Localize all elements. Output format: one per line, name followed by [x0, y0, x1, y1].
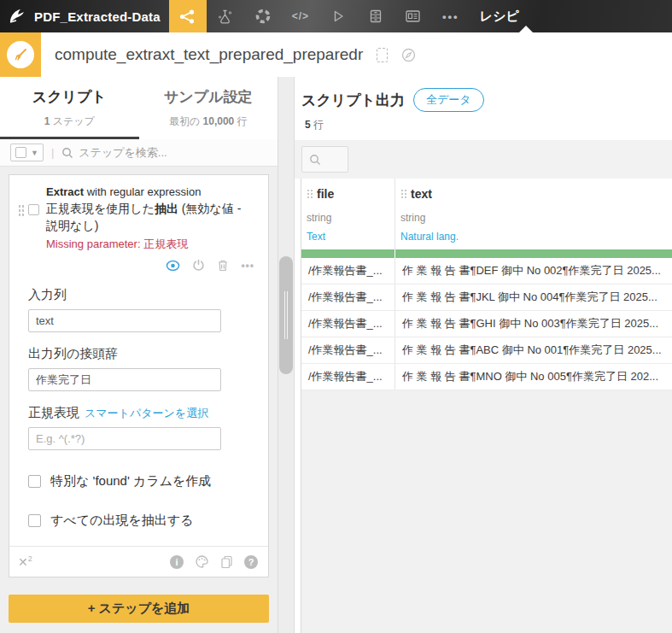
nav-lab[interactable]: [207, 0, 244, 32]
regex-label-row: 正規表現スマートパターンを選択: [28, 405, 256, 421]
column-drag-icon[interactable]: [307, 189, 313, 199]
cell-file[interactable]: /作業報告書_...: [301, 364, 395, 390]
found-column-checkbox[interactable]: [28, 475, 41, 488]
select-all-checkbox[interactable]: [15, 147, 26, 158]
column-drag-icon[interactable]: [400, 189, 406, 199]
info-icon[interactable]: i: [170, 555, 184, 569]
nav-wiki[interactable]: [394, 0, 432, 32]
project-name[interactable]: PDF_Extracted-Data: [34, 9, 161, 24]
power-icon: [192, 259, 205, 272]
nav-jobs[interactable]: [319, 0, 357, 32]
recipe-name: compute_extraxt_text_prepared_preparedr: [55, 45, 363, 64]
step-search-input[interactable]: ステップを検索...: [79, 145, 167, 161]
navigate-button[interactable]: [401, 48, 416, 62]
table-search-input[interactable]: [301, 146, 348, 173]
nav-recipe-label[interactable]: レシピ: [480, 9, 519, 25]
input-column-label: 入力列: [28, 287, 256, 303]
column-type: string: [400, 212, 665, 224]
cell-file[interactable]: /作業報告書_...: [301, 311, 395, 337]
nav-notebooks[interactable]: </>: [282, 0, 319, 32]
more-icon: •••: [442, 10, 459, 23]
output-search-strip: [295, 140, 672, 179]
column-type: string: [307, 212, 388, 224]
table-row[interactable]: /作業報告書_... 作 業 報 告 書¶DEF 御中 No 002¶作業完了日…: [301, 258, 672, 284]
formula-icon[interactable]: ✕2: [18, 554, 32, 569]
nav-flow[interactable]: [169, 0, 207, 32]
table-empty-area: [301, 390, 672, 633]
search-icon: [309, 154, 321, 166]
step-footer: ✕2 i ?: [9, 546, 268, 577]
step-actions: •••: [9, 252, 268, 273]
cell-file[interactable]: /作業報告書_...: [301, 337, 395, 363]
cell-file[interactable]: /作業報告書_...: [301, 258, 395, 284]
cell-file[interactable]: /作業報告書_...: [301, 284, 395, 310]
cell-text[interactable]: 作 業 報 告 書¶ABC 御中 No 001¶作業完了日 2025...: [395, 337, 672, 363]
missing-parameter-error: Missing parameter: 正規表現: [46, 237, 256, 252]
active-tab-underline: [0, 137, 139, 139]
prepare-recipe-tile[interactable]: [0, 32, 41, 77]
regex-field[interactable]: [28, 427, 221, 450]
flow-icon: [179, 9, 196, 24]
copy-icon[interactable]: [220, 555, 233, 569]
column-header-file[interactable]: file string Text: [301, 179, 395, 249]
column-header-text[interactable]: text string Natural lang.: [395, 179, 672, 249]
main-content: スクリプト 1 ステップ サンプル設定 最初の 10,000 行 ▼ | ステッ…: [0, 77, 672, 633]
preview-step-button[interactable]: [166, 260, 180, 272]
palette-icon[interactable]: [195, 554, 209, 569]
step-checkbox[interactable]: [28, 204, 39, 215]
column-meaning[interactable]: Text: [307, 231, 388, 243]
output-header: スクリプト出力 全データ 5 行: [295, 77, 672, 140]
add-step-button[interactable]: + ステップを追加: [9, 595, 269, 623]
table-row[interactable]: /作業報告書_... 作 業 報 告 書¶MNO 御中 No 005¶作業完了日…: [301, 364, 672, 390]
delete-step-button[interactable]: [217, 259, 229, 272]
nav-catalog[interactable]: [357, 0, 394, 32]
drag-handle-icon[interactable]: [18, 204, 25, 217]
help-icon[interactable]: ?: [244, 555, 258, 569]
nav-more[interactable]: •••: [432, 0, 470, 32]
script-output-panel: スクリプト出力 全データ 5 行 file string Text: [295, 77, 672, 633]
table-row[interactable]: /作業報告書_... 作 業 報 告 書¶GHI 御中 No 003¶作業完了日…: [301, 311, 672, 337]
found-column-option[interactable]: 特別な 'found' カラムを作成: [28, 473, 256, 489]
step-card-extract-regex[interactable]: Extract with regular expression 正規表現を使用し…: [9, 174, 269, 577]
row-count: 5 行: [305, 118, 665, 132]
step-more-button[interactable]: •••: [241, 260, 254, 272]
cell-text[interactable]: 作 業 報 告 書¶JKL 御中 No 004¶作業完了日 2025...: [395, 284, 672, 310]
trash-icon: [217, 259, 229, 272]
table-row[interactable]: /作業報告書_... 作 業 報 告 書¶ABC 御中 No 001¶作業完了日…: [301, 337, 672, 364]
step-title-en: Extract with regular expression: [46, 185, 256, 198]
column-meaning[interactable]: Natural lang.: [400, 231, 665, 243]
step-header: Extract with regular expression 正規表現を使用し…: [9, 175, 268, 252]
all-data-badge[interactable]: 全データ: [413, 88, 484, 112]
divider: |: [51, 146, 54, 159]
wheel-icon: [254, 8, 272, 25]
cell-text[interactable]: 作 業 報 告 書¶DEF 御中 No 002¶作業完了日 2025...: [395, 258, 672, 284]
input-column-field[interactable]: [28, 309, 221, 332]
select-all-dropdown[interactable]: ▼: [10, 144, 44, 161]
play-icon: [330, 9, 346, 24]
add-step-row: + ステップを追加: [9, 577, 269, 633]
output-prefix-label: 出力列の接頭辞: [28, 346, 256, 362]
extract-all-option[interactable]: すべての出現を抽出する: [28, 513, 256, 529]
recipe-title-bar: compute_extraxt_text_prepared_preparedr: [0, 32, 672, 77]
eye-icon: [166, 260, 180, 272]
tab-script[interactable]: スクリプト 1 ステップ: [0, 77, 139, 139]
output-prefix-field[interactable]: [28, 368, 221, 391]
recipe-circle: [7, 41, 34, 68]
steps-list: Extract with regular expression 正規表現を使用し…: [0, 167, 278, 633]
cell-text[interactable]: 作 業 報 告 書¶GHI 御中 No 003¶作業完了日 2025...: [395, 311, 672, 337]
table-header: file string Text text string Natural lan…: [301, 179, 672, 249]
dataiku-logo[interactable]: [0, 0, 34, 32]
bird-icon: [8, 7, 26, 26]
extract-all-checkbox[interactable]: [28, 514, 41, 527]
nav-wheel[interactable]: [244, 0, 282, 32]
copy-id-button[interactable]: [377, 48, 388, 62]
top-nav-bar: PDF_Extracted-Data </>: [0, 0, 672, 32]
compass-icon: [401, 48, 416, 62]
splitter-drag-handle[interactable]: [279, 256, 293, 374]
tooltip-arrow: [519, 26, 533, 32]
table-row[interactable]: /作業報告書_... 作 業 報 告 書¶JKL 御中 No 004¶作業完了日…: [301, 284, 672, 311]
disable-step-button[interactable]: [192, 259, 205, 272]
smart-pattern-link[interactable]: スマートパターンを選択: [85, 407, 208, 419]
cell-text[interactable]: 作 業 報 告 書¶MNO 御中 No 005¶作業完了日 202...: [395, 364, 672, 390]
tab-sample-settings[interactable]: サンプル設定 最初の 10,000 行: [139, 77, 278, 139]
